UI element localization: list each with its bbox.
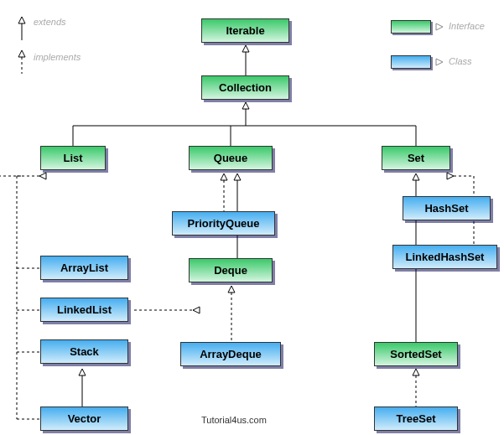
svg-marker-39 (436, 59, 443, 65)
svg-marker-32 (413, 173, 419, 180)
svg-marker-22 (234, 173, 241, 180)
svg-marker-6 (242, 102, 249, 109)
svg-marker-38 (436, 23, 443, 30)
svg-marker-2 (18, 50, 25, 57)
svg-marker-26 (193, 307, 200, 313)
legend-extends-label: extends (34, 17, 66, 27)
node-hashset: HashSet (403, 196, 491, 220)
node-arraydeque: ArrayDeque (180, 342, 281, 366)
svg-marker-12 (39, 173, 46, 179)
svg-marker-34 (413, 369, 419, 375)
legend-class-label: Class (449, 56, 472, 66)
node-collection: Collection (201, 75, 289, 100)
node-iterable: Iterable (201, 18, 289, 43)
node-vector: Vector (40, 407, 128, 431)
legend-implements-label: implements (34, 52, 81, 62)
svg-marker-4 (242, 45, 249, 52)
svg-marker-36 (79, 369, 86, 375)
node-list: List (40, 146, 106, 170)
legend-interface-swatch (391, 20, 431, 34)
node-deque: Deque (189, 258, 273, 282)
node-priorityqueue: PriorityQueue (172, 211, 275, 236)
node-linkedlist: LinkedList (40, 298, 128, 322)
legend-class-swatch (391, 55, 431, 69)
node-set: Set (382, 146, 450, 170)
svg-marker-0 (18, 17, 25, 23)
node-treeset: TreeSet (374, 407, 458, 431)
node-queue: Queue (189, 146, 273, 170)
svg-marker-24 (228, 286, 235, 293)
credit-text: Tutorial4us.com (201, 415, 267, 425)
svg-marker-20 (221, 173, 227, 180)
svg-marker-28 (447, 173, 454, 179)
node-stack: Stack (40, 339, 128, 364)
node-sortedset: SortedSet (374, 342, 458, 366)
legend-interface-label: Interface (449, 21, 485, 31)
node-arraylist: ArrayList (40, 256, 128, 280)
node-linkedhashset: LinkedHashSet (392, 245, 497, 269)
